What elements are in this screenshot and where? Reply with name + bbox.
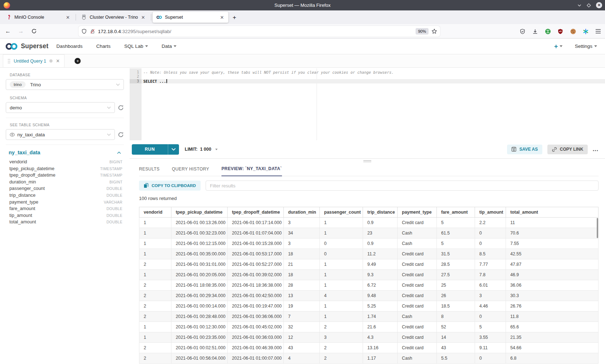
table-header-cell[interactable]: duration_min bbox=[284, 207, 320, 218]
table-header-cell[interactable]: total_amount bbox=[506, 207, 599, 218]
table-header-cell[interactable]: fare_amount bbox=[437, 207, 475, 218]
refresh-schema-icon[interactable] bbox=[118, 105, 124, 111]
table-header-cell[interactable]: tpep_dropoff_datetime bbox=[228, 207, 284, 218]
pocket-shield-icon[interactable] bbox=[519, 28, 526, 35]
cell-dropoff-datetime: 2021-06-01 00:42:50.000 bbox=[228, 291, 284, 301]
table-row[interactable]: 2 2021-06-01 00:02:51.000 2021-06-01 00:… bbox=[139, 343, 599, 353]
more-options-button[interactable]: ... bbox=[593, 146, 599, 153]
menu-hamburger-icon[interactable] bbox=[595, 28, 601, 35]
browser-tab-superset[interactable]: Superset ✕ bbox=[153, 12, 228, 23]
collapse-chevron-up-icon[interactable] bbox=[117, 151, 121, 154]
trino-bunny-icon bbox=[81, 14, 87, 20]
table-header-cell[interactable]: payment_type bbox=[398, 207, 437, 218]
cell-duration-min: 18 bbox=[284, 270, 320, 280]
window-close-button[interactable]: ✕ bbox=[596, 2, 602, 8]
save-as-button[interactable]: SAVE AS bbox=[507, 145, 542, 154]
cell-dropoff-datetime: 2021-06-01 00:53:17.000 bbox=[228, 249, 284, 259]
table-row[interactable]: 2 2021-06-01 18:08:35.000 2021-06-01 18:… bbox=[139, 280, 599, 291]
table-header-cell[interactable]: passenger_count bbox=[320, 207, 363, 218]
window-minimize-button[interactable] bbox=[577, 3, 582, 8]
table-row[interactable]: 1 2021-06-01 00:23:35.000 2021-06-01 00:… bbox=[139, 332, 599, 343]
bookmark-star-icon[interactable] bbox=[431, 28, 437, 34]
forward-button[interactable]: → bbox=[16, 26, 26, 36]
run-button[interactable]: RUN bbox=[132, 144, 179, 155]
cell-total-amount: 54.66 bbox=[506, 343, 599, 353]
nav-charts[interactable]: Charts bbox=[96, 44, 111, 49]
table-scrollbar-thumb[interactable] bbox=[597, 218, 598, 238]
cookie-icon[interactable] bbox=[570, 28, 576, 35]
schema-select[interactable]: demo bbox=[6, 102, 115, 113]
table-row[interactable]: 1 2021-06-01 00:12:15.000 2021-06-01 00:… bbox=[139, 238, 599, 249]
superset-brand[interactable]: Superset bbox=[4, 42, 49, 51]
url-bar[interactable]: 172.18.0.4:32295/superset/sqllab/ 90% bbox=[79, 26, 440, 37]
table-row[interactable]: 2 2021-06-01 00:28:48.000 2021-06-01 00:… bbox=[139, 311, 599, 322]
new-tab-button[interactable]: + bbox=[233, 14, 236, 21]
browser-tab-title: Superset bbox=[165, 15, 219, 20]
run-options-chevron-icon[interactable] bbox=[168, 148, 179, 151]
reload-button[interactable] bbox=[29, 26, 39, 36]
zoom-level-badge[interactable]: 90% bbox=[416, 28, 429, 35]
limit-dropdown[interactable]: LIMIT: 1 000 bbox=[185, 147, 218, 152]
table-header-cell[interactable]: tip_amount bbox=[475, 207, 506, 218]
table-row[interactable]: 1 2021-06-01 00:32:23.000 2021-06-01 01:… bbox=[139, 228, 599, 238]
cell-duration-min: 18 bbox=[284, 249, 320, 259]
back-button[interactable]: ← bbox=[3, 26, 13, 36]
table-row[interactable]: 2 2021-06-01 00:29:34.000 2021-06-01 00:… bbox=[139, 291, 599, 301]
table-row[interactable]: 1 2021-06-01 00:13:26.000 2021-06-01 00:… bbox=[139, 218, 599, 228]
query-tab-close-icon[interactable]: ✕ bbox=[56, 58, 60, 64]
browser-tab-trino[interactable]: Cluster Overview - Trino ✕ bbox=[77, 12, 149, 23]
superset-navbar: Superset Dashboards Charts SQL Lab Data … bbox=[0, 38, 605, 54]
table-header-cell[interactable]: tpep_pickup_datetime bbox=[171, 207, 228, 218]
tab-close-icon[interactable]: ✕ bbox=[140, 15, 146, 20]
tab-preview-ny-taxi-data[interactable]: PREVIEW: `NY_TAXI_DATA` bbox=[221, 166, 282, 176]
database-value: Trino bbox=[30, 82, 41, 87]
copy-to-clipboard-button[interactable]: COPY TO CLIPBOARD bbox=[139, 181, 201, 191]
tracking-shield-icon[interactable] bbox=[81, 28, 87, 34]
filter-results-input[interactable] bbox=[206, 181, 599, 191]
window-maximize-button[interactable] bbox=[587, 3, 591, 8]
column-name: trip_distance bbox=[9, 192, 36, 198]
table-row[interactable]: 1 2021-06-01 00:12:30.000 2021-06-01 00:… bbox=[139, 322, 599, 332]
table-header-cell[interactable]: trip_distance bbox=[363, 207, 398, 218]
browser-tab-minio[interactable]: MinIO Console ✕ bbox=[2, 12, 74, 23]
drag-handle-icon bbox=[8, 59, 10, 64]
downloads-icon[interactable] bbox=[532, 28, 538, 35]
rows-returned-text: 100 rows returned bbox=[139, 196, 177, 201]
refresh-tables-icon[interactable] bbox=[118, 132, 124, 138]
cell-vendorid: 1 bbox=[139, 322, 171, 332]
new-item-button[interactable]: + bbox=[554, 43, 563, 50]
nav-data[interactable]: Data bbox=[162, 44, 177, 49]
table-row[interactable]: 2 2021-06-01 00:31:01.000 2021-06-01 00:… bbox=[139, 259, 599, 270]
cell-passenger-count: 2 bbox=[320, 343, 363, 353]
table-row[interactable]: 2 2021-06-01 00:00:14.000 2021-06-01 00:… bbox=[139, 301, 599, 311]
table-row[interactable]: 2 2021-06-01 00:56:04.000 2021-06-01 01:… bbox=[139, 353, 599, 364]
cell-vendorid: 2 bbox=[139, 259, 171, 270]
table-header-cell[interactable]: vendorid bbox=[139, 207, 171, 218]
nav-sql-lab[interactable]: SQL Lab bbox=[124, 44, 148, 49]
ublock-origin-icon[interactable]: uO bbox=[557, 28, 564, 35]
cell-pickup-datetime: 2021-06-01 00:35:00.000 bbox=[171, 249, 228, 259]
tab-results[interactable]: RESULTS bbox=[139, 167, 160, 176]
line-text: -- Note: Unless you save your query, the… bbox=[142, 70, 394, 74]
multicolor-asterisk-icon[interactable] bbox=[582, 28, 589, 35]
nav-dashboards[interactable]: Dashboards bbox=[57, 44, 83, 49]
insecure-lock-icon[interactable] bbox=[90, 28, 95, 34]
tab-query-history[interactable]: QUERY HISTORY bbox=[172, 167, 209, 176]
copy-link-button[interactable]: COPY LINK bbox=[547, 145, 588, 154]
settings-menu[interactable]: Settings bbox=[575, 44, 597, 49]
add-query-tab-button[interactable]: + bbox=[75, 58, 81, 64]
sqllab-sidebar: DATABASE trino Trino SCHEMA demo SEE TAB… bbox=[0, 68, 130, 364]
sql-editor[interactable]: 1 -- Note: Unless you save your query, t… bbox=[130, 68, 605, 140]
query-tab[interactable]: Untitled Query 1 ✕ bbox=[3, 54, 64, 67]
table-row[interactable]: 1 2021-06-01 00:35:00.000 2021-06-01 00:… bbox=[139, 249, 599, 259]
table-picker-select[interactable]: ny_taxi_data bbox=[6, 129, 115, 140]
extension-green-icon[interactable] bbox=[544, 28, 551, 35]
tab-close-icon[interactable]: ✕ bbox=[65, 15, 71, 20]
cell-trip-distance: 9.48 bbox=[363, 291, 398, 301]
table-row[interactable]: 1 2021-06-01 00:20:05.000 2021-06-01 00:… bbox=[139, 270, 599, 280]
cell-pickup-datetime: 2021-06-01 00:02:51.000 bbox=[171, 343, 228, 353]
tab-close-icon[interactable]: ✕ bbox=[219, 15, 225, 20]
column-name: passenger_count bbox=[9, 186, 45, 191]
database-select[interactable]: trino Trino bbox=[6, 79, 124, 90]
table-schema-title[interactable]: ny_taxi_data bbox=[9, 150, 40, 155]
